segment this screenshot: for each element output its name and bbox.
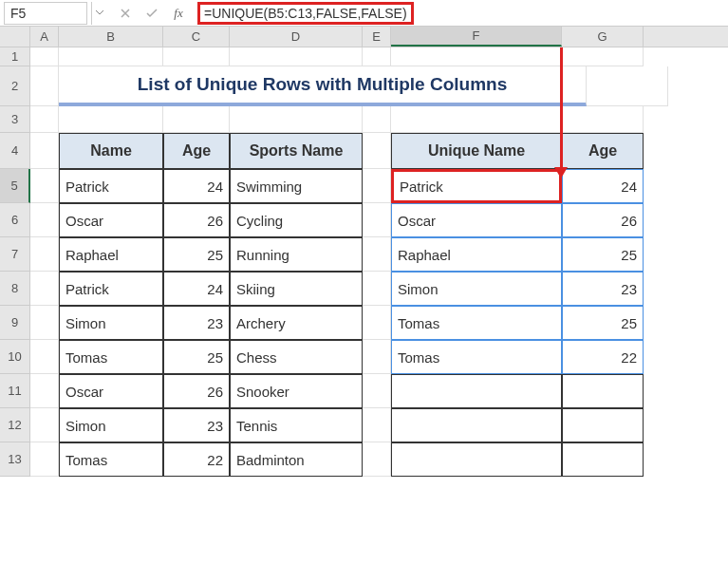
table-cell[interactable] bbox=[391, 442, 562, 477]
cell[interactable] bbox=[363, 272, 391, 306]
cell[interactable] bbox=[30, 133, 59, 169]
col-header-G[interactable]: G bbox=[562, 27, 644, 47]
row-header-1[interactable]: 1 bbox=[0, 47, 30, 66]
table-cell[interactable]: 26 bbox=[562, 203, 644, 237]
table-cell[interactable]: 22 bbox=[163, 442, 230, 477]
row-header-6[interactable]: 6 bbox=[0, 203, 30, 237]
cell[interactable] bbox=[30, 272, 59, 306]
table-cell[interactable] bbox=[391, 374, 562, 408]
table-cell[interactable]: Badminton bbox=[230, 442, 363, 477]
header-age[interactable]: Age bbox=[163, 133, 230, 169]
table-cell[interactable]: Snooker bbox=[230, 374, 363, 408]
table-cell[interactable]: Archery bbox=[230, 306, 363, 340]
cancel-formula-button[interactable] bbox=[112, 2, 139, 25]
cell[interactable] bbox=[30, 237, 59, 272]
table-cell[interactable] bbox=[562, 374, 644, 408]
cell[interactable] bbox=[363, 169, 391, 203]
table-cell[interactable] bbox=[562, 442, 644, 477]
cell[interactable] bbox=[562, 106, 644, 133]
cell[interactable] bbox=[163, 47, 230, 66]
table-cell[interactable]: 23 bbox=[163, 306, 230, 340]
table-cell[interactable]: Raphael bbox=[59, 237, 163, 272]
table-cell[interactable]: Tomas bbox=[391, 306, 562, 340]
row-header-5[interactable]: 5 bbox=[0, 169, 30, 203]
title-cell[interactable]: List of Unique Rows with Multiple Column… bbox=[59, 66, 587, 106]
cell[interactable] bbox=[363, 374, 391, 408]
row-header-12[interactable]: 12 bbox=[0, 408, 30, 442]
table-cell[interactable]: 25 bbox=[562, 306, 644, 340]
table-cell[interactable]: 25 bbox=[163, 237, 230, 272]
cell[interactable] bbox=[30, 169, 59, 203]
table-cell[interactable]: Cycling bbox=[230, 203, 363, 237]
active-cell-F5[interactable]: Patrick bbox=[391, 169, 562, 203]
table-cell[interactable]: Skiing bbox=[230, 272, 363, 306]
cell[interactable] bbox=[363, 133, 391, 169]
cell[interactable] bbox=[230, 106, 363, 133]
col-header-B[interactable]: B bbox=[59, 27, 163, 47]
cell[interactable] bbox=[363, 47, 391, 66]
row-header-4[interactable]: 4 bbox=[0, 133, 30, 169]
cell[interactable] bbox=[562, 47, 644, 66]
cell[interactable] bbox=[30, 203, 59, 237]
cell[interactable] bbox=[363, 442, 391, 477]
table-cell[interactable]: 26 bbox=[163, 203, 230, 237]
table-cell[interactable]: Raphael bbox=[391, 237, 562, 272]
cell[interactable] bbox=[363, 340, 391, 374]
cell[interactable] bbox=[363, 203, 391, 237]
table-cell[interactable]: Tomas bbox=[59, 340, 163, 374]
cell[interactable] bbox=[30, 306, 59, 340]
cell[interactable] bbox=[30, 442, 59, 477]
cell[interactable] bbox=[59, 106, 163, 133]
cell[interactable] bbox=[30, 340, 59, 374]
header-sport[interactable]: Sports Name bbox=[230, 133, 363, 169]
table-cell[interactable]: 22 bbox=[562, 340, 644, 374]
col-header-C[interactable]: C bbox=[163, 27, 230, 47]
name-box[interactable]: F5 bbox=[4, 2, 87, 25]
formula-input[interactable]: =UNIQUE(B5:C13,FALSE,FALSE) bbox=[192, 2, 728, 25]
row-header-7[interactable]: 7 bbox=[0, 237, 30, 272]
table-cell[interactable]: Tomas bbox=[59, 442, 163, 477]
row-header-2[interactable]: 2 bbox=[0, 66, 30, 106]
header-unique-name[interactable]: Unique Name bbox=[391, 133, 562, 169]
header-name[interactable]: Name bbox=[59, 133, 163, 169]
select-all-corner[interactable] bbox=[0, 27, 30, 47]
cell[interactable] bbox=[391, 47, 562, 66]
row-header-13[interactable]: 13 bbox=[0, 442, 30, 477]
insert-function-button[interactable]: fx bbox=[165, 2, 192, 25]
table-cell[interactable]: Simon bbox=[391, 272, 562, 306]
cell[interactable] bbox=[163, 106, 230, 133]
col-header-F[interactable]: F bbox=[391, 27, 562, 47]
table-cell[interactable]: 25 bbox=[562, 237, 644, 272]
cell[interactable] bbox=[30, 408, 59, 442]
cell[interactable] bbox=[230, 47, 363, 66]
table-cell[interactable]: Chess bbox=[230, 340, 363, 374]
table-cell[interactable] bbox=[562, 408, 644, 442]
table-cell[interactable]: Simon bbox=[59, 306, 163, 340]
col-header-D[interactable]: D bbox=[230, 27, 363, 47]
cell[interactable] bbox=[363, 237, 391, 272]
table-cell[interactable]: 26 bbox=[163, 374, 230, 408]
row-header-10[interactable]: 10 bbox=[0, 340, 30, 374]
table-cell[interactable]: Patrick bbox=[59, 169, 163, 203]
table-cell[interactable]: Tomas bbox=[391, 340, 562, 374]
table-cell[interactable]: 24 bbox=[163, 169, 230, 203]
table-cell[interactable] bbox=[391, 408, 562, 442]
table-cell[interactable]: 23 bbox=[163, 408, 230, 442]
table-cell[interactable]: Tennis bbox=[230, 408, 363, 442]
cell[interactable] bbox=[59, 47, 163, 66]
cell[interactable] bbox=[30, 374, 59, 408]
cell[interactable] bbox=[30, 66, 59, 106]
table-cell[interactable]: 25 bbox=[163, 340, 230, 374]
cell[interactable] bbox=[363, 106, 391, 133]
table-cell[interactable]: 23 bbox=[562, 272, 644, 306]
table-cell[interactable]: Oscar bbox=[391, 203, 562, 237]
table-cell[interactable]: Oscar bbox=[59, 203, 163, 237]
col-header-A[interactable]: A bbox=[30, 27, 59, 47]
header-unique-age[interactable]: Age bbox=[562, 133, 644, 169]
cell[interactable] bbox=[30, 106, 59, 133]
row-header-3[interactable]: 3 bbox=[0, 106, 30, 133]
cell[interactable] bbox=[363, 306, 391, 340]
table-cell[interactable]: Patrick bbox=[59, 272, 163, 306]
table-cell[interactable]: Simon bbox=[59, 408, 163, 442]
cell[interactable] bbox=[391, 106, 562, 133]
